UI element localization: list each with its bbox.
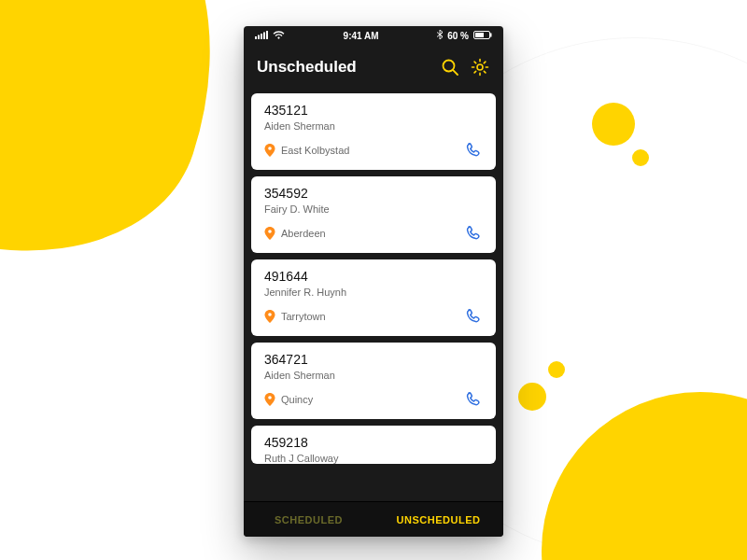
bottom-tabs: SCHEDULED UNSCHEDULED <box>244 501 503 537</box>
job-id: 364721 <box>264 352 483 367</box>
decorative-dot <box>518 383 546 411</box>
customer-name: Aiden Sherman <box>264 370 483 381</box>
svg-rect-3 <box>263 32 265 39</box>
job-list[interactable]: 435121 Aiden Sherman East Kolbystad 3545… <box>244 90 503 501</box>
job-id: 435121 <box>264 103 483 118</box>
location-pin-icon <box>264 144 275 157</box>
svg-rect-1 <box>258 35 260 39</box>
location-pin-icon <box>264 227 275 240</box>
battery-percent: 60 % <box>447 31 469 41</box>
customer-name: Fairy D. White <box>264 203 483 215</box>
decorative-dot <box>548 361 565 378</box>
svg-point-14 <box>268 313 272 316</box>
list-item[interactable]: 354592 Fairy D. White Aberdeen <box>251 176 496 253</box>
list-item[interactable]: 491644 Jennifer R. Huynh Tarrytown <box>251 259 496 336</box>
list-item[interactable]: 364721 Aiden Sherman Quincy <box>251 343 496 419</box>
svg-rect-2 <box>261 34 262 39</box>
svg-point-13 <box>268 230 272 233</box>
location-text: Aberdeen <box>281 228 326 239</box>
customer-name: Aiden Sherman <box>264 120 483 132</box>
list-item[interactable]: 435121 Aiden Sherman East Kolbystad <box>251 93 496 170</box>
list-item[interactable]: 459218 Ruth J Calloway <box>251 426 496 464</box>
call-button[interactable] <box>462 140 483 161</box>
svg-rect-7 <box>475 33 484 37</box>
customer-name: Jennifer R. Huynh <box>264 287 483 298</box>
location-text: Tarrytown <box>281 311 326 322</box>
svg-point-12 <box>268 147 272 150</box>
wifi-icon <box>273 31 285 41</box>
call-button[interactable] <box>462 389 483 410</box>
svg-rect-4 <box>266 31 268 39</box>
decorative-blob-bottom-right <box>542 392 747 560</box>
gear-icon[interactable] <box>470 57 490 77</box>
status-time: 9:41 AM <box>285 31 437 41</box>
status-bar: 9:41 AM 60 % <box>244 26 503 45</box>
call-button[interactable] <box>462 306 483 327</box>
svg-rect-0 <box>255 36 257 39</box>
job-id: 354592 <box>264 186 483 201</box>
decorative-blob-top-left <box>0 0 266 303</box>
location-pin-icon <box>264 393 275 406</box>
location-pin-icon <box>264 310 275 323</box>
app-header: Unscheduled <box>244 45 503 90</box>
bluetooth-icon <box>437 30 443 41</box>
job-id: 459218 <box>264 435 483 450</box>
location-text: Quincy <box>281 394 313 405</box>
tab-unscheduled[interactable]: UNSCHEDULED <box>374 502 503 537</box>
decorative-dot <box>592 103 635 146</box>
tab-scheduled[interactable]: SCHEDULED <box>244 502 374 537</box>
svg-point-5 <box>277 36 279 38</box>
call-button[interactable] <box>462 223 483 244</box>
battery-icon <box>473 31 492 41</box>
page-title: Unscheduled <box>257 58 430 77</box>
search-icon[interactable] <box>440 57 460 77</box>
svg-point-15 <box>268 396 272 399</box>
decorative-dot <box>632 149 649 166</box>
svg-line-10 <box>453 70 458 75</box>
phone-mockup: 9:41 AM 60 % Unscheduled 435121 Aiden Sh… <box>244 26 503 537</box>
job-id: 491644 <box>264 269 483 284</box>
svg-rect-8 <box>490 33 492 36</box>
location-text: East Kolbystad <box>281 145 349 156</box>
svg-point-11 <box>477 64 483 70</box>
customer-name: Ruth J Calloway <box>264 453 483 464</box>
signal-icon <box>255 31 268 41</box>
